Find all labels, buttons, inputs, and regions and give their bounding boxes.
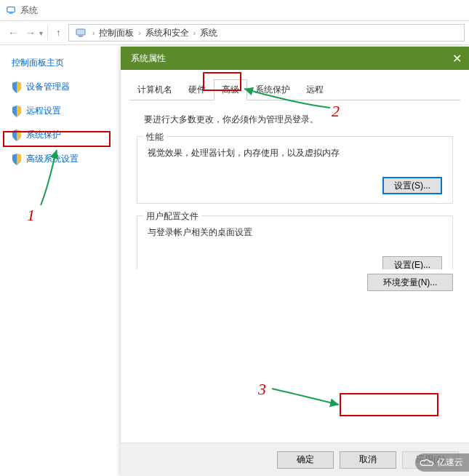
group-title: 用户配置文件 [143, 210, 201, 223]
tab-computer-name[interactable]: 计算机名 [129, 79, 180, 100]
annotation-label-1: 1 [27, 206, 35, 225]
nav-back-icon[interactable]: ← [6, 25, 20, 40]
window-title: 系统 [20, 4, 38, 17]
cloud-icon [420, 458, 434, 468]
close-icon[interactable]: ✕ [452, 52, 462, 66]
annotation-label-2: 2 [332, 102, 340, 121]
nav-forward-icon[interactable]: → [23, 25, 38, 40]
breadcrumb-item[interactable]: 系统 [199, 27, 219, 39]
tab-remote[interactable]: 远程 [298, 79, 332, 100]
window-titlebar: 系统 [0, 0, 469, 20]
separator [47, 25, 48, 40]
svg-rect-3 [79, 36, 83, 37]
system-icon [6, 5, 16, 15]
sidebar-item-label: 高级系统设置 [26, 153, 79, 165]
nav-history-dropdown[interactable]: ▾ [39, 29, 43, 37]
chevron-right-icon: › [135, 29, 143, 37]
sidebar-item-device-manager[interactable]: 设备管理器 [12, 79, 111, 95]
shield-icon [12, 82, 22, 93]
svg-rect-0 [7, 7, 15, 12]
annotation-label-3: 3 [258, 380, 266, 399]
sidebar: 控制面板主页 设备管理器 远程设置 系统保护 高级系统设置 [0, 45, 116, 476]
ok-button[interactable]: 确定 [277, 451, 334, 469]
dialog-titlebar: 系统属性 ✕ [121, 47, 469, 70]
sidebar-title[interactable]: 控制面板主页 [12, 57, 111, 69]
watermark: 亿速云 [415, 453, 469, 472]
sidebar-item-remote-settings[interactable]: 远程设置 [12, 103, 111, 119]
annotation-box-3 [340, 393, 438, 416]
dialog-body: 要进行大多数更改，你必须作为管理员登录。 性能 视觉效果，处理器计划，内存使用，… [121, 100, 469, 269]
cancel-button[interactable]: 取消 [340, 451, 396, 469]
profile-settings-button[interactable]: 设置(E)... [382, 256, 442, 269]
group-desc: 与登录帐户相关的桌面设置 [148, 226, 442, 239]
sidebar-item-label: 设备管理器 [26, 81, 70, 93]
breadcrumb-item[interactable]: 系统和安全 [144, 27, 191, 39]
pc-icon [75, 27, 87, 39]
watermark-text: 亿速云 [437, 456, 463, 469]
env-variables-button[interactable]: 环境变量(N)... [367, 274, 453, 291]
tab-row: 计算机名 硬件 高级 系统保护 远程 [129, 79, 460, 100]
breadcrumb-item[interactable]: 控制面板 [97, 27, 135, 39]
annotation-box-1 [3, 131, 111, 147]
chevron-right-icon: › [89, 29, 97, 37]
shield-icon [12, 154, 22, 165]
dialog-title: 系统属性 [131, 52, 166, 65]
perf-settings-button[interactable]: 设置(S)... [382, 177, 442, 194]
tab-system-protect[interactable]: 系统保护 [247, 79, 298, 100]
shield-icon [12, 106, 22, 117]
admin-note: 要进行大多数更改，你必须作为管理员登录。 [144, 114, 453, 126]
nav-up-icon[interactable]: ↑ [51, 25, 65, 40]
group-desc: 视觉效果，处理器计划，内存使用，以及虚拟内存 [148, 147, 442, 159]
svg-rect-2 [76, 29, 85, 35]
group-user-profile: 用户配置文件 与登录帐户相关的桌面设置 设置(E)... [137, 215, 453, 269]
group-performance: 性能 视觉效果，处理器计划，内存使用，以及虚拟内存 设置(S)... [137, 136, 453, 204]
chevron-right-icon: › [191, 29, 199, 37]
group-title: 性能 [143, 131, 167, 143]
breadcrumb-box[interactable]: › 控制面板 › 系统和安全 › 系统 [68, 24, 465, 41]
sidebar-item-label: 远程设置 [26, 105, 61, 117]
svg-rect-1 [9, 13, 12, 14]
address-bar: ← → ▾ ↑ › 控制面板 › 系统和安全 › 系统 [0, 20, 469, 45]
annotation-box-2 [203, 72, 241, 91]
sidebar-item-advanced-settings[interactable]: 高级系统设置 [12, 151, 111, 167]
